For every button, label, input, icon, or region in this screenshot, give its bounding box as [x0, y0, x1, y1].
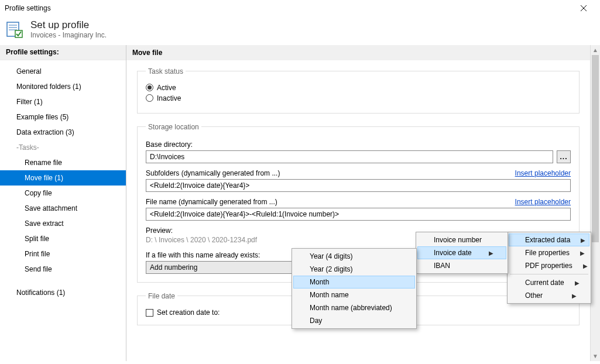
sidebar-item-rename-file[interactable]: Rename file	[0, 155, 126, 170]
set-creation-date-checkbox[interactable]: Set creation date to:	[146, 308, 220, 317]
menu-item-current-date[interactable]: Current date ▶	[509, 276, 589, 289]
menu-item-pdf-properties[interactable]: PDF properties ▶	[509, 259, 589, 272]
subfolders-input[interactable]: <RuleId:2(Invoice date){Year4}>	[146, 179, 571, 192]
menu-item-year4[interactable]: Year (4 digits)	[293, 250, 415, 263]
sidebar-item-notifications[interactable]: Notifications (1)	[0, 285, 126, 300]
sidebar-heading: Profile settings:	[0, 45, 126, 60]
sidebar-item-split-file[interactable]: Split file	[0, 231, 126, 246]
sidebar-item-save-attachment[interactable]: Save attachment	[0, 201, 126, 216]
content-heading: Move file	[126, 45, 590, 60]
base-dir-label: Base directory:	[146, 140, 571, 149]
close-icon	[580, 5, 587, 12]
submenu-arrow-icon: ▶	[583, 263, 588, 269]
task-status-group: Task status Active Inactive	[137, 67, 580, 114]
profile-icon	[6, 20, 25, 39]
menu-item-invoice-number[interactable]: Invoice number	[417, 233, 506, 246]
radio-active-label: Active	[157, 84, 176, 92]
menu-item-invoice-date[interactable]: Invoice date ▶	[417, 246, 506, 259]
menu-item-iban[interactable]: IBAN	[417, 259, 506, 272]
sidebar-item-filter[interactable]: Filter (1)	[0, 94, 126, 109]
submenu-arrow-icon: ▶	[581, 237, 585, 243]
scrollbar-thumb[interactable]	[592, 55, 599, 242]
file-date-legend: File date	[146, 292, 177, 300]
menu-item-file-properties[interactable]: File properties ▶	[509, 246, 589, 259]
sidebar-item-move-file[interactable]: Move file (1)	[0, 170, 126, 186]
extracted-data-submenu: Invoice number Invoice date ▶ IBAN	[416, 232, 508, 274]
sidebar: Profile settings: General Monitored fold…	[0, 45, 126, 361]
radio-inactive-label: Inactive	[157, 94, 181, 102]
menu-separator	[510, 274, 588, 274]
menu-item-other[interactable]: Other ▶	[509, 289, 589, 302]
sidebar-item-save-extract[interactable]: Save extract	[0, 216, 126, 231]
filename-input[interactable]: <RuleId:2(Invoice date){Year4}>-<RuleId:…	[146, 208, 571, 221]
scroll-down-icon[interactable]: ▼	[591, 351, 600, 361]
menu-item-month-name[interactable]: Month name	[293, 289, 415, 301]
insert-placeholder-link-subfolders[interactable]: Insert placeholder	[515, 169, 571, 177]
sidebar-item-example-files[interactable]: Example files (5)	[0, 109, 126, 125]
sidebar-item-general[interactable]: General	[0, 64, 126, 79]
sidebar-item-print-file[interactable]: Print file	[0, 246, 126, 262]
sidebar-item-send-file[interactable]: Send file	[0, 262, 126, 277]
task-status-legend: Task status	[146, 67, 186, 75]
header-title: Set up profile	[30, 20, 107, 31]
insert-placeholder-link-filename[interactable]: Insert placeholder	[515, 198, 571, 206]
scroll-up-icon[interactable]: ▲	[591, 45, 600, 55]
invoice-date-submenu: Year (4 digits) Year (2 digits) Month Mo…	[292, 248, 417, 329]
radio-icon	[146, 84, 153, 91]
base-dir-input[interactable]: D:\Invoices	[146, 150, 553, 163]
filename-label: File name (dynamically generated from ..…	[146, 198, 277, 206]
submenu-arrow-icon: ▶	[575, 280, 580, 286]
header-subtitle: Invoices - Imaginary Inc.	[30, 31, 107, 39]
sidebar-tasks-label: -Tasks-	[0, 140, 126, 155]
sidebar-item-copy-file[interactable]: Copy file	[0, 186, 126, 201]
menu-item-year2[interactable]: Year (2 digits)	[293, 263, 415, 276]
subfolders-label: Subfolders (dynamically generated from .…	[146, 169, 280, 177]
browse-button[interactable]: ...	[557, 150, 571, 163]
storage-legend: Storage location	[146, 123, 201, 131]
checkbox-icon	[146, 309, 153, 317]
radio-inactive[interactable]: Inactive	[146, 94, 571, 102]
submenu-arrow-icon: ▶	[572, 293, 577, 299]
vertical-scrollbar[interactable]: ▲ ▼	[590, 45, 600, 361]
close-button[interactable]	[572, 0, 595, 16]
sidebar-item-monitored-folders[interactable]: Monitored folders (1)	[0, 79, 126, 94]
submenu-arrow-icon: ▶	[489, 250, 493, 256]
menu-item-day[interactable]: Day	[293, 314, 415, 327]
window-title: Profile settings	[5, 4, 51, 12]
radio-active[interactable]: Active	[146, 84, 571, 92]
menu-item-extracted-data[interactable]: Extracted data ▶	[509, 233, 589, 246]
sidebar-item-data-extraction[interactable]: Data extraction (3)	[0, 125, 126, 140]
exists-value: Add numbering	[150, 263, 197, 272]
placeholder-menu: Extracted data ▶ File properties ▶ PDF p…	[507, 232, 591, 304]
radio-icon	[146, 94, 153, 102]
submenu-arrow-icon: ▶	[580, 250, 585, 256]
menu-item-month-abbr[interactable]: Month name (abbreviated)	[293, 301, 415, 314]
page-header: Set up profile Invoices - Imaginary Inc.	[0, 16, 600, 45]
menu-item-month[interactable]: Month	[293, 276, 415, 289]
